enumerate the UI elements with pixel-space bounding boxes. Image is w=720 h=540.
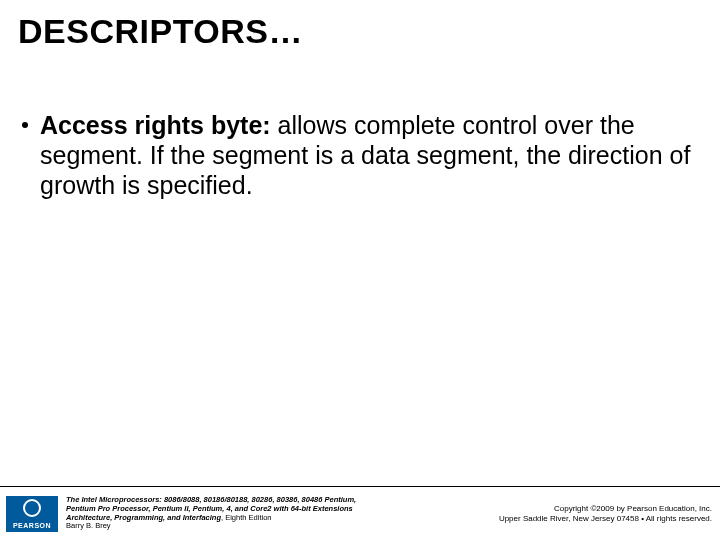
bullet-dot-icon [22,122,28,128]
slide-title: DESCRIPTORS… [18,12,303,51]
bullet-text: Access rights byte: allows complete cont… [40,110,698,200]
book-info: The Intel Microprocessors: 8086/8088, 80… [66,496,499,531]
slide-footer: PEARSON The Intel Microprocessors: 8086/… [0,486,720,540]
book-author: Barry B. Brey [66,521,111,530]
bullet-lead: Access rights byte: [40,111,271,139]
logo-circle-icon [23,499,41,517]
copyright-block: Copyright ©2009 by Pearson Education, In… [499,504,712,523]
slide: DESCRIPTORS… Access rights byte: allows … [0,0,720,540]
book-line3-plain: , Eighth Edition [221,513,271,522]
logo-text: PEARSON [13,522,51,529]
slide-body: Access rights byte: allows complete cont… [22,110,698,200]
copyright-line1: Copyright ©2009 by Pearson Education, In… [499,504,712,514]
copyright-line2: Upper Saddle River, New Jersey 07458 • A… [499,514,712,524]
bullet-item: Access rights byte: allows complete cont… [22,110,698,200]
publisher-logo: PEARSON [6,496,58,532]
